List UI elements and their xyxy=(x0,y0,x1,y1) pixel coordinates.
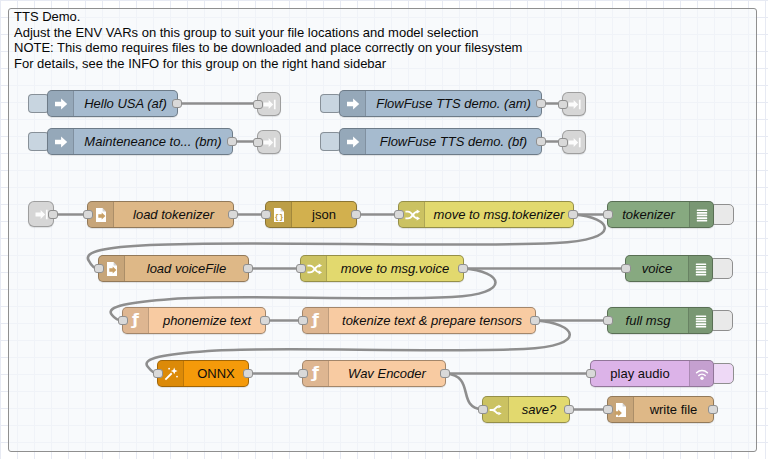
input-port[interactable] xyxy=(558,138,568,147)
node-link-out[interactable] xyxy=(257,130,281,154)
node-label: move to msg.voice xyxy=(327,256,463,281)
input-port[interactable] xyxy=(253,100,263,109)
node-label: FlowFuse TTS demo. (am) xyxy=(366,91,541,116)
node-inject-hello-usa[interactable]: Hello USA (af) xyxy=(47,90,178,117)
node-link-out[interactable] xyxy=(257,92,281,116)
node-link-out[interactable] xyxy=(562,92,586,116)
input-port[interactable] xyxy=(153,369,163,378)
input-port[interactable] xyxy=(394,210,404,219)
input-port[interactable] xyxy=(603,316,613,325)
node-label: load voiceFile xyxy=(125,256,248,281)
node-phonemize-text[interactable]: ƒ phonemize text xyxy=(122,307,266,334)
node-label: full msg xyxy=(608,308,688,333)
input-port[interactable] xyxy=(298,369,308,378)
output-port[interactable] xyxy=(260,316,270,325)
inject-button[interactable] xyxy=(320,132,341,151)
output-port[interactable] xyxy=(351,210,361,219)
node-label: play audio xyxy=(591,361,689,386)
output-port[interactable] xyxy=(458,264,468,273)
node-label: tokenizer xyxy=(608,202,689,227)
inject-arrow-icon xyxy=(48,91,74,116)
output-port[interactable] xyxy=(708,405,718,414)
link-out-icon xyxy=(262,135,277,150)
output-port[interactable] xyxy=(243,264,253,273)
input-port[interactable] xyxy=(253,138,263,147)
node-onnx[interactable]: ONNX xyxy=(157,360,249,387)
node-tokenize-text[interactable]: ƒ tokenize text & prepare tensors xyxy=(302,307,536,334)
input-port[interactable] xyxy=(83,210,93,219)
input-port[interactable] xyxy=(478,405,488,414)
input-port[interactable] xyxy=(118,316,128,325)
output-port[interactable] xyxy=(243,369,253,378)
node-label: FlowFuse TTS demo. (bf) xyxy=(366,129,541,154)
output-port[interactable] xyxy=(227,137,237,146)
inject-button[interactable] xyxy=(28,132,49,151)
input-port[interactable] xyxy=(586,369,596,378)
output-port[interactable] xyxy=(440,369,450,378)
input-port[interactable] xyxy=(621,264,631,273)
node-label: Wav Encoder xyxy=(329,361,445,386)
node-debug-voice[interactable]: voice xyxy=(625,255,713,282)
output-port[interactable] xyxy=(536,99,546,108)
inject-arrow-icon xyxy=(340,129,366,154)
node-label: json xyxy=(292,202,356,227)
output-port[interactable] xyxy=(564,405,574,414)
node-inject-flowfuse-am[interactable]: FlowFuse TTS demo. (am) xyxy=(339,90,542,117)
node-label: ONNX xyxy=(184,361,248,386)
inject-button[interactable] xyxy=(320,94,341,113)
node-move-to-tokenizer[interactable]: move to msg.tokenizer xyxy=(398,201,574,228)
inject-arrow-icon xyxy=(340,91,366,116)
node-write-file[interactable]: write file xyxy=(607,396,714,423)
inject-arrow-icon xyxy=(48,129,74,154)
node-label: write file xyxy=(634,397,713,422)
node-inject-maintenance[interactable]: Mainteneance to... (bm) xyxy=(47,128,233,155)
output-port[interactable] xyxy=(568,210,578,219)
node-label: save? xyxy=(509,397,569,422)
inject-button[interactable] xyxy=(28,94,49,113)
node-debug-full-msg[interactable]: full msg xyxy=(607,307,713,334)
input-port[interactable] xyxy=(261,210,271,219)
link-out-icon xyxy=(567,135,582,150)
link-out-icon xyxy=(567,97,582,112)
output-port[interactable] xyxy=(536,137,546,146)
node-label: tokenize text & prepare tensors xyxy=(329,308,535,333)
node-inject-flowfuse-bf[interactable]: FlowFuse TTS demo. (bf) xyxy=(339,128,542,155)
link-in-icon xyxy=(34,207,49,222)
node-play-audio[interactable]: play audio xyxy=(590,360,714,387)
wires-layer xyxy=(0,0,768,459)
debug-list-icon xyxy=(689,202,713,227)
node-link-in[interactable] xyxy=(28,201,54,227)
output-port[interactable] xyxy=(530,316,540,325)
input-port[interactable] xyxy=(296,264,306,273)
node-label: Hello USA (af) xyxy=(74,91,177,116)
input-port[interactable] xyxy=(603,210,613,219)
input-port[interactable] xyxy=(94,264,104,273)
node-debug-tokenizer[interactable]: tokenizer xyxy=(607,201,714,228)
input-port[interactable] xyxy=(298,316,308,325)
output-port[interactable] xyxy=(48,210,58,219)
link-out-icon xyxy=(262,97,277,112)
audio-waves-icon xyxy=(689,361,713,386)
input-port[interactable] xyxy=(603,405,613,414)
output-port[interactable] xyxy=(172,99,182,108)
debug-list-icon xyxy=(688,256,712,281)
node-label: phonemize text xyxy=(149,308,265,333)
debug-list-icon xyxy=(688,308,712,333)
node-link-out[interactable] xyxy=(562,130,586,154)
node-label: load tokenizer xyxy=(114,202,233,227)
node-load-tokenizer[interactable]: load tokenizer xyxy=(87,201,234,228)
input-port[interactable] xyxy=(558,100,568,109)
node-label: move to msg.tokenizer xyxy=(425,202,573,227)
node-label: Mainteneance to... (bm) xyxy=(74,129,232,154)
node-save-switch[interactable]: save? xyxy=(482,396,570,423)
node-move-to-voice[interactable]: move to msg.voice xyxy=(300,255,464,282)
node-wav-encoder[interactable]: ƒ Wav Encoder xyxy=(302,360,446,387)
node-label: voice xyxy=(626,256,688,281)
node-load-voicefile[interactable]: load voiceFile xyxy=(98,255,249,282)
output-port[interactable] xyxy=(228,210,238,219)
node-json[interactable]: json xyxy=(265,201,357,228)
